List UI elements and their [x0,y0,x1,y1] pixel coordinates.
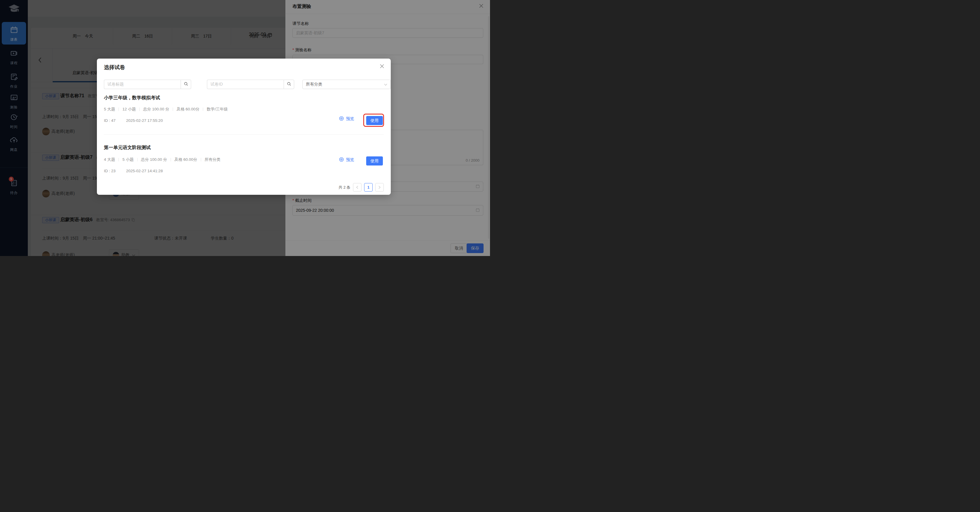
paper-id: ID : 23 [104,169,116,173]
paper-id-row: ID : 47 2025-02-27 17:55:20 [104,118,163,123]
eye-icon [339,157,344,163]
question-count: 5 小题 [123,157,134,162]
total-score: 总分 100.00 分 [141,157,167,162]
preview-label: 预览 [346,116,354,121]
next-page-button[interactable] [375,183,384,191]
paper-id-search-input[interactable]: 试卷ID [207,80,284,89]
search-button[interactable] [284,80,294,89]
paper-meta: 5 大题 12 小题 总分 100.00 分 及格 60.00分 数学/三年级 [104,107,228,112]
preview-link[interactable]: 预览 [339,157,354,163]
paper-title: 第一单元语文阶段测试 [104,145,151,151]
paper-list-divider [104,134,384,135]
paper-title: 小学三年级，数学模拟考试 [104,95,160,101]
placeholder-text: 试卷ID [210,82,223,87]
preview-link[interactable]: 预览 [339,116,354,122]
modal-title: 选择试卷 [104,64,125,71]
chevron-down-icon [384,82,387,87]
paper-category: 数学/三年级 [207,107,228,112]
pass-score: 及格 60.00分 [177,107,199,112]
total-score: 总分 100.00 分 [143,107,169,112]
modal-close-icon[interactable] [380,64,384,70]
use-label: 使用 [371,158,379,163]
eye-icon [339,116,344,122]
preview-label: 预览 [346,157,354,163]
use-paper-button[interactable]: 使用 [366,116,383,125]
prev-page-button[interactable] [353,183,361,191]
paper-meta: 4 大题 5 小题 总分 100.00 分 及格 60.00分 所有分类 [104,157,220,162]
search-icon [184,82,188,87]
section-count: 5 大题 [104,107,115,112]
pass-score: 及格 60.00分 [175,157,197,162]
paper-id: ID : 47 [104,118,116,123]
paper-id-row: ID : 23 2025-02-27 14:41:28 [104,169,163,173]
question-count: 12 小题 [123,107,136,112]
search-button[interactable] [181,80,191,89]
paper-title-search-input[interactable]: 试卷标题 [104,80,181,89]
paper-title-search-group: 试卷标题 [104,80,191,89]
placeholder-text: 试卷标题 [107,82,124,87]
search-icon [287,82,291,87]
modal-search-row: 试卷标题 试卷ID 所有分类 [104,80,384,89]
paper-created-time: 2025-02-27 17:55:20 [126,118,163,123]
paper-id-search-group: 试卷ID [207,80,294,89]
use-paper-button[interactable]: 使用 [366,156,383,166]
paper-category: 所有分类 [205,157,220,162]
page-number-button[interactable]: 1 [364,183,372,191]
category-selected-value: 所有分类 [306,82,322,87]
select-paper-modal: 选择试卷 试卷标题 试卷ID 所有分类 小学三年级，数学模拟考试 [97,59,391,195]
category-select[interactable]: 所有分类 [302,80,391,89]
highlight-annotation-box [363,114,384,127]
pagination: 共 2 条 1 [339,183,384,191]
section-count: 4 大题 [104,157,115,162]
total-count-label: 共 2 条 [339,185,350,190]
app-window: 2025-09 周一 今天 周二 16日 周三 17日 周四 18日 [0,0,490,256]
paper-created-time: 2025-02-27 14:41:28 [126,169,163,173]
